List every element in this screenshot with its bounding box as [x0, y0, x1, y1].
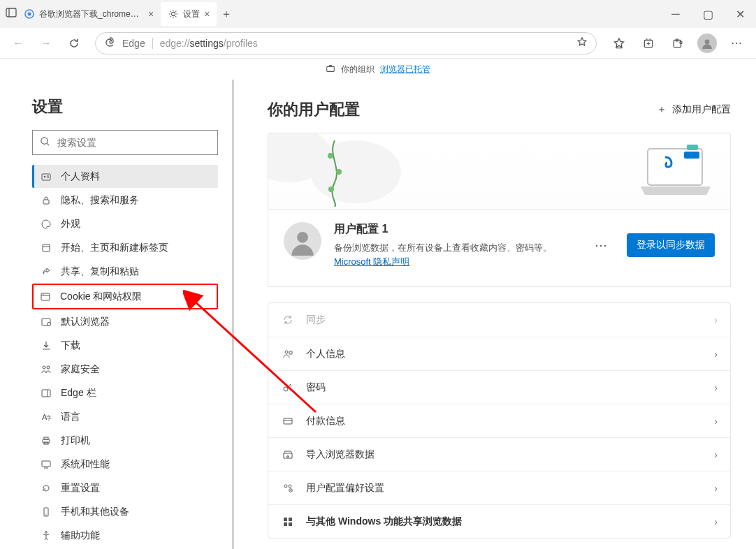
edge-logo-icon [104, 36, 115, 50]
sidebar-item-system[interactable]: 系统和性能 [32, 453, 218, 476]
tab-title: 谷歌浏览器下载_chrome浏览器官 [39, 8, 144, 20]
option-windows-share[interactable]: 与其他 Windows 功能共享浏览数据› [268, 504, 730, 538]
sidebar-item-family[interactable]: 家庭安全 [32, 358, 218, 381]
nav-label: 手机和其他设备 [61, 506, 129, 518]
share-icon [40, 266, 52, 277]
maximize-button[interactable]: ▢ [692, 0, 724, 28]
svg-rect-61 [289, 518, 292, 521]
reset-icon [40, 483, 52, 494]
search-input[interactable] [57, 137, 210, 148]
nav-label: 语言 [61, 411, 80, 423]
option-sync[interactable]: 同步› [268, 303, 730, 337]
titlebar: 谷歌浏览器下载_chrome浏览器官 × 设置 × ＋ ─ ▢ ✕ [0, 0, 756, 28]
close-icon[interactable]: × [148, 8, 154, 20]
forward-button[interactable]: → [34, 32, 59, 54]
collections-button[interactable] [634, 32, 662, 54]
refresh-button[interactable] [61, 32, 87, 54]
managed-link[interactable]: 浏览器已托管 [380, 64, 430, 75]
sidebar-item-downloads[interactable]: 下载 [32, 334, 218, 357]
svg-rect-54 [284, 418, 292, 424]
svg-point-59 [290, 490, 291, 491]
sidebar-item-privacy[interactable]: 隐私、搜索和服务 [32, 189, 218, 212]
sidebar-item-language[interactable]: A字语言 [32, 405, 218, 428]
sidebar-item-printers[interactable]: 打印机 [32, 429, 218, 452]
option-label: 个人信息 [306, 348, 345, 360]
svg-point-42 [45, 514, 46, 515]
minimize-button[interactable]: ─ [660, 0, 692, 28]
more-button[interactable]: ⋯ [722, 32, 750, 54]
tab-actions-button[interactable] [6, 7, 17, 21]
search-icon [40, 136, 50, 149]
nav-label: 个人资料 [61, 170, 100, 183]
signin-button[interactable]: 登录以同步数据 [627, 233, 715, 257]
sync-icon [281, 314, 295, 325]
privacy-link[interactable]: Microsoft 隐私声明 [334, 256, 409, 267]
nav-label: 家庭安全 [61, 363, 100, 376]
sidebar-item-appearance[interactable]: 外观 [32, 212, 218, 235]
sidebar-item-edge-bar[interactable]: Edge 栏 [32, 381, 218, 404]
tab-settings[interactable]: 设置 × [161, 2, 217, 26]
svg-rect-18 [42, 174, 50, 180]
extensions-button[interactable] [664, 32, 692, 54]
option-label: 密码 [306, 381, 326, 394]
sidebar-item-accessibility[interactable]: 辅助功能 [32, 524, 218, 547]
tab-strip: 谷歌浏览器下载_chrome浏览器官 × 设置 × ＋ [17, 0, 660, 28]
nav-label: 默认浏览器 [61, 316, 110, 328]
svg-rect-49 [687, 145, 698, 150]
nav-label: 重置设置 [61, 482, 100, 495]
svg-point-30 [43, 366, 45, 369]
svg-rect-48 [684, 152, 699, 159]
option-personal-info[interactable]: 个人信息› [268, 337, 730, 370]
vine-graphic [321, 140, 349, 207]
add-profile-button[interactable]: ＋ 添加用户配置 [657, 103, 731, 116]
sidebar-item-default-browser[interactable]: 默认浏览器 [32, 310, 218, 333]
profile-name: 用户配置 1 [334, 222, 575, 237]
svg-rect-62 [284, 522, 287, 526]
back-button[interactable]: ← [6, 32, 31, 54]
profile-desc: 备份浏览数据，在所有设备上查看收藏内容、密码等。 [334, 242, 552, 253]
family-icon [40, 364, 52, 375]
add-profile-label: 添加用户配置 [672, 103, 731, 116]
chevron-right-icon: › [714, 314, 718, 325]
address-bar[interactable]: Edge edge://settings/profiles [95, 32, 597, 54]
svg-point-14 [705, 39, 710, 44]
profile-icon [40, 171, 52, 182]
tab-chrome-download[interactable]: 谷歌浏览器下载_chrome浏览器官 × [17, 2, 161, 26]
svg-point-57 [289, 485, 291, 488]
nav-label: Edge 栏 [61, 387, 96, 400]
profile-info: 用户配置 1 备份浏览数据，在所有设备上查看收藏内容、密码等。 Microsof… [334, 222, 575, 268]
profile-more-button[interactable]: ⋯ [595, 237, 607, 253]
url-text: edge://settings/profiles [160, 38, 569, 49]
sidebar-item-cookies[interactable]: Cookie 和网站权限 [32, 284, 218, 309]
page-title: 你的用户配置 [268, 99, 360, 120]
new-tab-button[interactable]: ＋ [217, 4, 236, 24]
pref-icon [281, 483, 295, 494]
close-icon[interactable]: × [204, 8, 210, 20]
sidebar-item-reset[interactable]: 重置设置 [32, 476, 218, 499]
sidebar-item-profiles[interactable]: 个人资料 [32, 165, 218, 188]
search-input-wrap[interactable] [32, 130, 218, 155]
favorites-button[interactable] [605, 32, 633, 54]
close-button[interactable]: ✕ [724, 0, 756, 28]
gear-icon [168, 8, 179, 20]
option-preferences[interactable]: 用户配置偏好设置› [268, 471, 730, 504]
provider-label: Edge [122, 38, 153, 49]
sidebar-item-share[interactable]: 共享、复制和粘贴 [32, 260, 218, 283]
option-passwords[interactable]: 密码› [268, 370, 730, 404]
tab-title: 设置 [183, 8, 200, 20]
download-icon [40, 340, 52, 351]
svg-rect-52 [289, 351, 292, 354]
briefcase-icon [326, 64, 335, 75]
favorite-star-icon[interactable] [576, 36, 588, 50]
option-payment[interactable]: 付款信息› [268, 404, 730, 437]
sidebar-item-start[interactable]: 开始、主页和新建标签页 [32, 236, 218, 259]
profile-options: 同步› 个人信息› 密码› 付款信息› 导入浏览器数据› 用户配置偏好设置› 与… [268, 302, 731, 539]
chevron-right-icon: › [714, 483, 718, 494]
profile-avatar[interactable] [693, 32, 721, 54]
sidebar-item-phone[interactable]: 手机和其他设备 [32, 500, 218, 523]
card-icon [281, 416, 295, 427]
nav-label: 开始、主页和新建标签页 [61, 242, 168, 254]
toolbar-right: ⋯ [605, 32, 750, 54]
option-label: 与其他 Windows 功能共享浏览数据 [306, 515, 462, 528]
option-import[interactable]: 导入浏览器数据› [268, 437, 730, 471]
